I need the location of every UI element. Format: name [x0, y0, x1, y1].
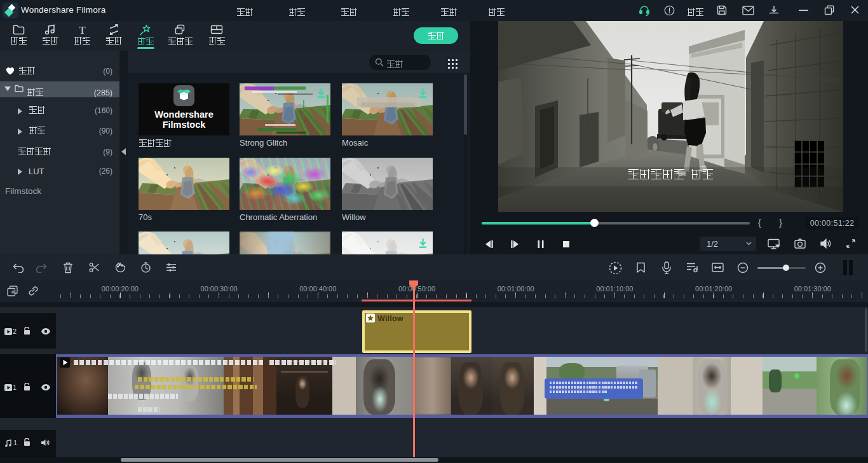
- svg-text:T: T: [79, 24, 86, 35]
